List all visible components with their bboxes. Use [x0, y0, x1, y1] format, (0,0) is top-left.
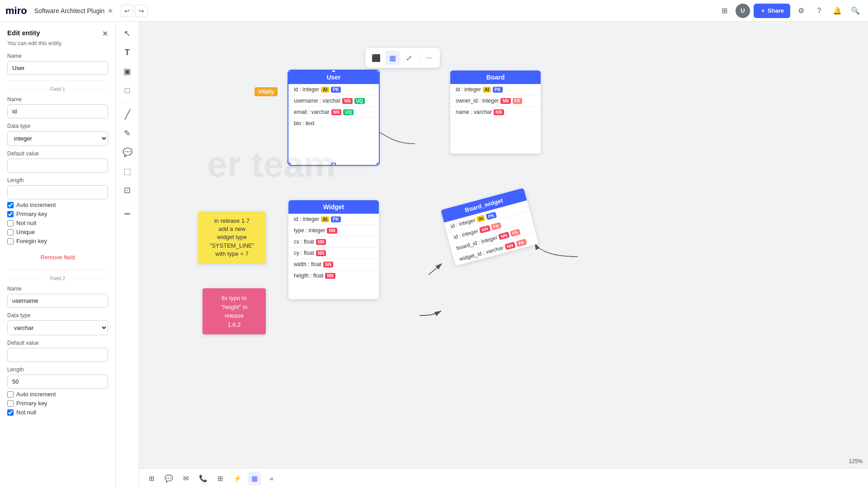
select-area-tool[interactable]: ⬚: [119, 163, 136, 179]
board-field-owner-id: owner_id : integer NN FK: [450, 95, 541, 106]
uq-badge-2: UQ: [343, 109, 354, 115]
help-icon[interactable]: ?: [812, 4, 826, 18]
shape-tool[interactable]: □: [119, 82, 136, 99]
miro-logo: miro: [5, 5, 27, 17]
search-icon[interactable]: 🔍: [848, 4, 863, 18]
text-tool[interactable]: T: [119, 44, 136, 61]
pink-sticky-note[interactable]: fix typo to "height" in release 1.6.2: [203, 288, 266, 334]
field2-not-null-label: Not null: [16, 409, 36, 416]
nn-badge: NN: [342, 98, 352, 104]
handle-tr[interactable]: [377, 70, 379, 73]
favorite-star[interactable]: ★: [107, 6, 113, 15]
user-empty-space: [288, 129, 379, 165]
expand-view-btn[interactable]: ⤢: [401, 51, 416, 65]
project-title: Software Architect Plugin: [34, 7, 105, 14]
comment-btn[interactable]: 💬: [162, 472, 175, 485]
close-panel-button[interactable]: ✕: [102, 29, 108, 38]
field2-primary-key-checkbox[interactable]: [7, 400, 14, 407]
handle-br[interactable]: [377, 163, 379, 165]
entity-view-btn[interactable]: ⬛: [369, 51, 383, 65]
widget-field-type: type : integer NN: [288, 225, 379, 236]
board-entity-card[interactable]: Board id : integer AI PK owner_id : inte…: [450, 70, 541, 154]
collapse-btn[interactable]: «: [265, 472, 278, 485]
comment-tool[interactable]: 💬: [119, 144, 136, 160]
topbar-right: ⊞ U ＋ Share ⚙ ? 🔔 🔍: [717, 4, 863, 18]
avatar[interactable]: U: [736, 4, 750, 18]
cursor-tool[interactable]: ↖: [119, 25, 136, 42]
field1-primary-key-checkbox[interactable]: [7, 211, 14, 217]
handle-bm[interactable]: [331, 163, 336, 165]
field1-foreign-key-checkbox[interactable]: [7, 238, 14, 244]
field2-length-label: Length: [7, 366, 108, 373]
user-field-bio: bio : text: [288, 117, 379, 129]
toolbar-separator-2: [121, 202, 134, 202]
apps-btn[interactable]: ⊞: [213, 472, 227, 485]
user-entity-card[interactable]: ↺ User id : integer AI PK username : var…: [288, 70, 379, 165]
vitaly-user-label: Vitaliy: [255, 87, 278, 96]
field1-unique-checkbox[interactable]: [7, 229, 14, 235]
edit-entity-panel: Edit entity ✕ You can edit this entity. …: [0, 22, 116, 488]
field1-foreign-key-row: Foregin key: [7, 238, 108, 244]
field2-name-input[interactable]: [7, 294, 108, 308]
field2-section-title: Field 2: [7, 276, 108, 281]
left-toolbar: ↖ T ▣ □ ╱ ✎ 💬 ⬚ ⊡ •••: [116, 22, 139, 488]
share-button[interactable]: ＋ Share: [754, 4, 790, 18]
frame-tool[interactable]: ⊡: [119, 182, 136, 198]
field1-not-null-checkbox[interactable]: [7, 220, 14, 226]
field2-auto-increment-label: Auto increment: [16, 391, 56, 398]
field1-section-title: Field 1: [7, 86, 108, 92]
field1-auto-increment-checkbox[interactable]: [7, 202, 14, 208]
grid-btn[interactable]: ⊞: [145, 472, 158, 485]
panel-title: Edit entity: [7, 29, 40, 37]
handle-tl[interactable]: [288, 70, 291, 73]
bottombar: ⊞ 💬 ✉ 📞 ⊞ ⚡ ▦ «: [139, 468, 868, 488]
redo-button[interactable]: ↪: [135, 5, 148, 17]
field1-length-label: Length: [7, 177, 108, 183]
field2-length-input[interactable]: [7, 375, 108, 389]
handle-bl[interactable]: [288, 163, 291, 165]
notifications-icon[interactable]: 🔔: [830, 4, 844, 18]
canvas-floating-toolbar: ⬛ ▦ ⤢ ···: [365, 48, 440, 68]
user-entity-body: id : integer AI PK username : varchar NN…: [288, 84, 379, 165]
field2-datatype-select[interactable]: integer varchar text float boolean: [7, 320, 108, 335]
field2-auto-increment-checkbox[interactable]: [7, 391, 14, 398]
handle-tm[interactable]: [331, 70, 336, 73]
more-options-btn[interactable]: ···: [422, 51, 436, 65]
board-field-name: name : varchar NN: [450, 106, 541, 117]
yellow-sticky-note[interactable]: in release 1.7 add a new widget type "SY…: [198, 211, 266, 263]
entity-name-input[interactable]: [7, 61, 108, 75]
undo-button[interactable]: ↩: [121, 5, 133, 17]
widget-entity-card[interactable]: Widget id : integer AI PK type : integer…: [288, 200, 379, 299]
field2-default-input[interactable]: [7, 348, 108, 362]
widget-entity-body: id : integer AI PK type : integer NN cx …: [288, 214, 379, 299]
filter-icon[interactable]: ⊞: [717, 4, 732, 18]
field1-length-input[interactable]: [7, 185, 108, 199]
field1-datatype-select[interactable]: integer varchar text float boolean: [7, 131, 108, 146]
sticky-tool[interactable]: ▣: [119, 63, 136, 80]
remove-field-button[interactable]: Remove field: [7, 250, 108, 264]
field1-name-input[interactable]: [7, 104, 108, 118]
field2-datatype-label: Data type: [7, 312, 108, 319]
widget-field-cx: cx : float NN: [288, 236, 379, 247]
field1-default-input[interactable]: [7, 159, 108, 173]
user-field-email: email : varchar NN UQ: [288, 106, 379, 117]
line-tool[interactable]: ╱: [119, 106, 136, 122]
field2-primary-key-label: Primary key: [16, 400, 47, 407]
more-tools[interactable]: •••: [119, 206, 136, 222]
field2-not-null-checkbox[interactable]: [7, 409, 14, 416]
voice-btn[interactable]: 📞: [196, 472, 210, 485]
field1-datatype-label: Data type: [7, 123, 108, 129]
field1-auto-increment-label: Auto increment: [16, 202, 56, 208]
toolbar-sep: [419, 53, 419, 62]
table-view-active-btn[interactable]: ▦: [248, 472, 261, 485]
table-view-btn[interactable]: ▦: [385, 51, 400, 65]
user-field-username: username : varchar NN UQ: [288, 95, 379, 106]
settings-icon[interactable]: ⚙: [794, 4, 808, 18]
chat-btn[interactable]: ✉: [179, 472, 193, 485]
canvas[interactable]: ⬛ ▦ ⤢ ··· Vitaliy ↺ User id : integer AI…: [139, 22, 868, 468]
pen-tool[interactable]: ✎: [119, 125, 136, 141]
board-widget-entity-card[interactable]: Board_widget id : integer AI PK id : int…: [441, 188, 539, 266]
share-icon: ＋: [760, 7, 766, 15]
field2-default-label: Default value: [7, 340, 108, 346]
lightning-btn[interactable]: ⚡: [231, 472, 244, 485]
